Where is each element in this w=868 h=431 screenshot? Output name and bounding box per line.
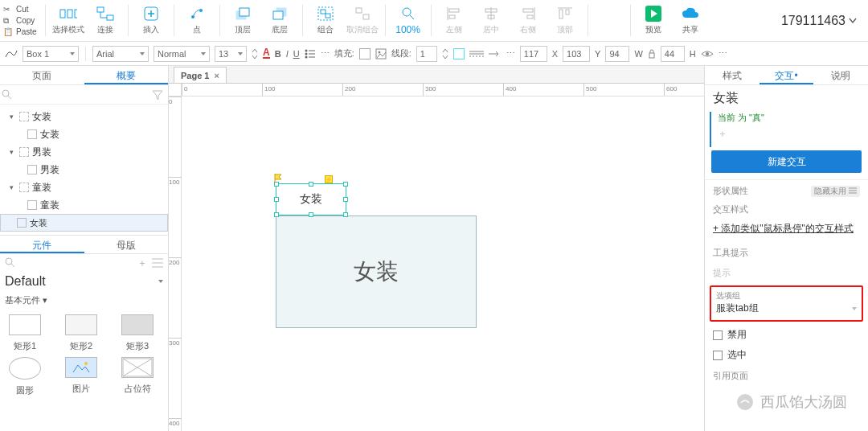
copy-button[interactable]: ⧉ Copy <box>3 16 37 26</box>
stroke-size-stepper[interactable] <box>442 47 448 60</box>
size-value: 13 <box>219 49 228 59</box>
point-button[interactable]: 点 <box>179 0 215 41</box>
group-button[interactable]: 组合 <box>308 0 343 41</box>
search-icon[interactable] <box>2 89 13 101</box>
paste-label: Paste <box>16 27 37 36</box>
add-action-button[interactable]: ＋ <box>710 124 868 147</box>
canvas-selected-shape[interactable]: 女装 <box>276 183 346 216</box>
svg-rect-18 <box>449 9 459 12</box>
y-value: 103 <box>567 49 581 59</box>
font-size-stepper[interactable] <box>252 47 258 60</box>
shape-rect1[interactable]: 矩形1 <box>5 314 45 352</box>
stroke-swatch[interactable] <box>453 48 465 60</box>
lock-aspect-icon[interactable] <box>648 48 656 60</box>
align-center-button[interactable]: 居中 <box>473 0 509 41</box>
y-input[interactable]: 103 <box>563 46 590 62</box>
outline-label: 童装 <box>40 199 59 212</box>
library-name: Default <box>5 274 46 289</box>
outline-item-current[interactable]: 女装 <box>0 214 168 232</box>
font-size-select[interactable]: 13 <box>215 46 247 62</box>
more-text-icon[interactable]: ⋯ <box>321 48 330 59</box>
font-select[interactable]: Arial <box>92 46 149 62</box>
search-icon[interactable] <box>5 257 16 269</box>
library-select[interactable]: Default <box>0 272 168 291</box>
connect-button[interactable]: 连接 <box>88 0 123 41</box>
condition-row[interactable]: 当前 为 "真" <box>710 112 868 124</box>
text-color-icon[interactable]: A <box>263 48 270 59</box>
bullets-icon[interactable] <box>305 49 316 59</box>
path-icon[interactable] <box>5 48 18 60</box>
font-weight-select[interactable]: Normal <box>154 46 210 62</box>
paste-button[interactable]: 📋 Paste <box>3 27 37 37</box>
send-back-button[interactable]: 底层 <box>262 0 297 41</box>
align-right-button[interactable]: 右侧 <box>510 0 546 41</box>
zoom-control[interactable]: 100% <box>391 0 426 41</box>
preview-button[interactable]: 预览 <box>636 0 671 41</box>
select-mode-button[interactable]: 选择模式 <box>51 0 86 41</box>
tab-style[interactable]: 样式 <box>705 66 760 84</box>
more-stroke-icon[interactable]: ⋯ <box>506 48 515 59</box>
canvas[interactable]: 女装 女装 ⚡ <box>182 96 704 431</box>
tab-widgets[interactable]: 元件 <box>0 236 84 253</box>
bold-icon[interactable]: B <box>275 49 281 59</box>
insert-button[interactable]: 插入 <box>133 0 169 41</box>
ungroup-button[interactable]: 取消组合 <box>345 0 380 41</box>
new-interaction-button[interactable]: 新建交互 <box>711 150 862 173</box>
share-button[interactable]: 共享 <box>673 0 708 41</box>
shape-label: 矩形2 <box>70 340 92 352</box>
checkbox-selected[interactable]: 选中 <box>705 345 868 365</box>
lib-menu-icon[interactable] <box>152 258 163 268</box>
weight-value: Normal <box>158 49 186 59</box>
tab-interactions[interactable]: 交互• <box>760 66 814 84</box>
add-lib-icon[interactable]: ＋ <box>137 257 147 270</box>
copy-label: Copy <box>16 16 35 25</box>
shape-placeholder[interactable]: 占位符 <box>117 357 158 396</box>
tab-outline[interactable]: 概要 <box>84 66 169 84</box>
align-top-button[interactable]: 顶部 <box>547 0 583 41</box>
shape-circle[interactable]: 圆形 <box>5 357 45 396</box>
outline-item[interactable]: 男装 <box>0 161 168 179</box>
visibility-icon[interactable] <box>701 49 714 59</box>
widget-name-select[interactable]: Box 1 <box>23 46 79 62</box>
h-input[interactable]: 44 <box>661 46 685 62</box>
filter-icon[interactable] <box>152 89 163 101</box>
cut-button[interactable]: ✂︎ Cut <box>3 5 37 14</box>
tab-pages[interactable]: 页面 <box>0 66 84 84</box>
outline-item[interactable]: 童装 <box>0 196 168 214</box>
shape-rect3[interactable]: 矩形3 <box>117 314 158 352</box>
option-group-select[interactable]: 选项组 服装tab组 <box>710 285 863 322</box>
fill-swatch[interactable] <box>359 48 371 60</box>
stroke-style-icon[interactable] <box>469 50 484 58</box>
svg-point-28 <box>305 52 307 55</box>
option-group-heading: 选项组 <box>716 290 857 302</box>
bring-front-button[interactable]: 顶层 <box>225 0 260 41</box>
project-menu[interactable]: 179111463 <box>781 0 865 41</box>
italic-icon[interactable]: I <box>286 49 289 59</box>
stroke-width-select[interactable]: 1 <box>416 46 437 62</box>
tab-masters[interactable]: 母版 <box>84 236 169 253</box>
align-left-button[interactable]: 左侧 <box>436 0 472 41</box>
svg-point-34 <box>2 90 9 96</box>
tooltip-input[interactable]: 提示 <box>705 264 868 282</box>
more-geom-icon[interactable]: ⋯ <box>719 48 727 59</box>
arrow-style-icon[interactable] <box>489 50 502 58</box>
outline-item[interactable]: 女装 <box>0 125 168 143</box>
page-tab[interactable]: Page 1 × <box>174 67 227 83</box>
hide-unused-button[interactable]: 隐藏未用 <box>811 186 860 197</box>
library-category[interactable]: 基本元件 ▾ <box>0 291 168 310</box>
underline-icon[interactable]: U <box>293 49 300 59</box>
shape-rect2[interactable]: 矩形2 <box>61 314 101 352</box>
add-hover-style-link[interactable]: 添加类似"鼠标悬停"的交互样式 <box>705 220 868 242</box>
canvas-big-rect[interactable]: 女装 <box>276 216 477 328</box>
outline-group[interactable]: ▾男装 <box>0 143 168 161</box>
checkbox-disabled[interactable]: 禁用 <box>705 325 868 345</box>
tab-notes[interactable]: 说明 <box>813 66 868 84</box>
outline-group[interactable]: ▾女装 <box>0 108 168 125</box>
fill-image-icon[interactable] <box>375 48 387 60</box>
close-icon[interactable]: × <box>214 68 219 84</box>
svg-point-35 <box>6 258 12 265</box>
x-input[interactable]: 117 <box>520 46 547 62</box>
shape-image[interactable]: 图片 <box>61 357 101 396</box>
outline-group[interactable]: ▾童装 <box>0 179 168 196</box>
w-input[interactable]: 94 <box>605 46 629 62</box>
